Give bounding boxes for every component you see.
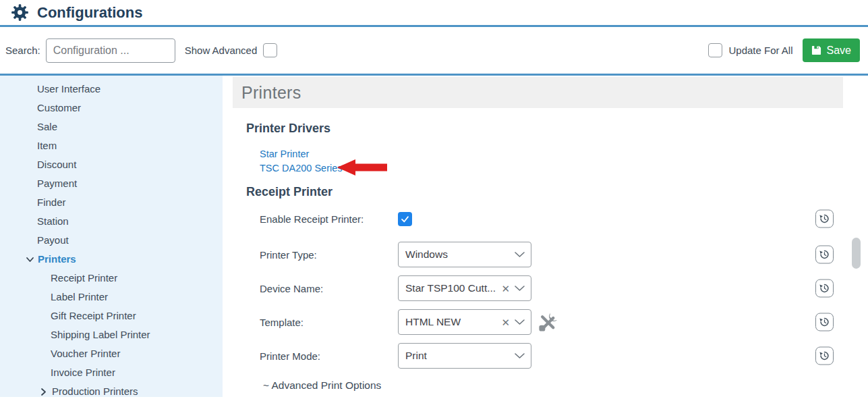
sidebar-item-station[interactable]: Station	[0, 212, 223, 231]
gear-icon	[9, 3, 30, 23]
red-arrow-annotation	[337, 159, 387, 178]
banner-title: Printers	[241, 83, 301, 103]
template-label: Template:	[260, 317, 398, 328]
save-button[interactable]: Save	[803, 38, 860, 62]
template-select[interactable]: HTML NEW ✕	[398, 309, 531, 335]
sidebar-item-label: Printers	[38, 250, 76, 269]
printer-driver-links: Star Printer TSC DA200 Series	[260, 147, 343, 176]
sidebar-item-shipping-label-printer[interactable]: Shipping Label Printer	[0, 325, 223, 344]
device-name-value: Star TSP100 Cutt...	[405, 282, 498, 294]
printer-drivers-heading: Printer Drivers	[246, 122, 868, 136]
enable-receipt-printer-label: Enable Receipt Printer:	[260, 213, 398, 225]
template-value: HTML NEW	[405, 316, 498, 328]
device-name-label: Device Name:	[260, 283, 398, 294]
update-for-all-checkbox[interactable]	[708, 43, 722, 57]
chevron-down-icon	[515, 252, 525, 258]
template-row: Template: HTML NEW ✕	[260, 309, 868, 335]
sidebar-item-user-interface[interactable]: User Interface	[0, 80, 223, 99]
enable-receipt-printer-row: Enable Receipt Printer:	[260, 210, 868, 228]
show-advanced-toggle: Show Advanced	[185, 43, 278, 57]
search-input[interactable]	[46, 38, 175, 63]
printer-type-label: Printer Type:	[260, 249, 398, 261]
advanced-print-options-toggle[interactable]: ~ Advanced Print Options	[263, 379, 868, 392]
sidebar-item-discount[interactable]: Discount	[0, 155, 223, 174]
printer-type-value: Windows	[405, 248, 515, 261]
sidebar-item-invoice-printer[interactable]: Invoice Printer	[0, 363, 223, 382]
sidebar: User Interface Customer Sale Item Discou…	[0, 76, 223, 397]
sidebar-item-gift-receipt-printer[interactable]: Gift Receipt Printer	[0, 307, 223, 325]
app-header: Configurations	[0, 0, 868, 27]
chevron-right-icon	[39, 388, 48, 396]
reset-icon[interactable]	[815, 280, 834, 298]
printer-type-row: Printer Type: Windows	[260, 242, 868, 267]
reset-icon[interactable]	[815, 347, 834, 365]
show-advanced-checkbox[interactable]	[263, 43, 277, 57]
clear-icon[interactable]: ✕	[501, 284, 510, 294]
page-title: Configurations	[37, 4, 142, 22]
section-banner: Printers	[233, 77, 843, 108]
sidebar-item-printers[interactable]: Printers	[0, 250, 223, 269]
star-printer-link[interactable]: Star Printer	[260, 147, 343, 161]
receipt-printer-form: Enable Receipt Printer: Printer Type: Wi…	[223, 210, 868, 392]
sidebar-item-receipt-printer[interactable]: Receipt Printer	[0, 269, 223, 288]
sidebar-item-production-printers[interactable]: Production Printers	[0, 382, 223, 399]
show-advanced-label: Show Advanced	[185, 45, 258, 56]
device-name-select[interactable]: Star TSP100 Cutt... ✕	[398, 275, 531, 301]
sidebar-item-customer[interactable]: Customer	[0, 99, 223, 117]
toolbar: Search: Show Advanced Update For All Sav…	[0, 27, 868, 76]
chevron-down-icon	[515, 286, 525, 292]
printer-mode-row: Printer Mode: Print	[260, 343, 868, 369]
sidebar-item-payment[interactable]: Payment	[0, 174, 223, 193]
enable-receipt-printer-checkbox[interactable]	[398, 212, 412, 226]
main-panel: Printers Printer Drivers Star Printer TS…	[223, 76, 868, 397]
sidebar-item-voucher-printer[interactable]: Voucher Printer	[0, 344, 223, 363]
tools-icon[interactable]	[538, 312, 558, 333]
save-label: Save	[827, 45, 851, 57]
vertical-scrollbar-thumb[interactable]	[852, 238, 861, 269]
clear-icon[interactable]: ✕	[501, 317, 510, 327]
reset-icon[interactable]	[815, 246, 834, 264]
printer-mode-label: Printer Mode:	[260, 350, 398, 362]
tsc-da200-series-link[interactable]: TSC DA200 Series	[260, 161, 343, 176]
reset-icon[interactable]	[815, 210, 834, 228]
sidebar-item-label: Production Printers	[52, 382, 138, 399]
sidebar-item-finder[interactable]: Finder	[0, 193, 223, 212]
sidebar-item-item[interactable]: Item	[0, 136, 223, 155]
receipt-printer-heading: Receipt Printer	[246, 185, 868, 199]
search-label: Search:	[5, 45, 40, 56]
chevron-down-icon	[515, 319, 525, 325]
sidebar-item-sale[interactable]: Sale	[0, 117, 223, 136]
sidebar-item-payout[interactable]: Payout	[0, 231, 223, 250]
printer-mode-select[interactable]: Print	[398, 343, 531, 369]
reset-icon[interactable]	[815, 313, 834, 331]
chevron-down-icon	[26, 255, 34, 264]
update-for-all-toggle: Update For All	[708, 43, 792, 57]
update-for-all-label: Update For All	[728, 45, 792, 56]
save-icon	[811, 45, 821, 55]
printer-type-select[interactable]: Windows	[398, 242, 531, 267]
chevron-down-icon	[515, 353, 525, 359]
toolbar-right: Update For All Save	[708, 38, 861, 62]
content: User Interface Customer Sale Item Discou…	[0, 76, 868, 397]
sidebar-item-label-printer[interactable]: Label Printer	[0, 288, 223, 307]
device-name-row: Device Name: Star TSP100 Cutt... ✕	[260, 275, 868, 301]
printer-mode-value: Print	[405, 350, 515, 362]
